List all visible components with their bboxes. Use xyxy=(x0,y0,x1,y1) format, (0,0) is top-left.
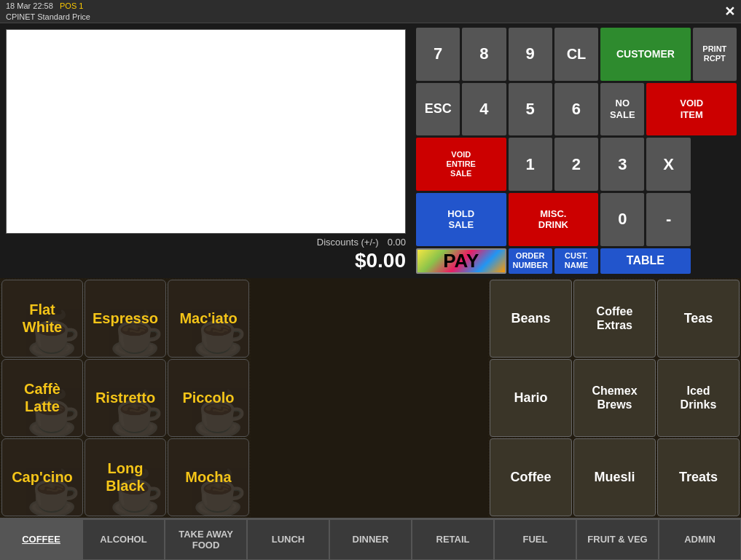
flat-white-button[interactable]: FlatWhite xyxy=(1,280,83,358)
long-black-label: LongBlack xyxy=(106,460,144,494)
long-black-button[interactable]: LongBlack xyxy=(85,438,166,516)
tab-lunch[interactable]: LUNCH xyxy=(247,519,329,560)
num-5[interactable]: 5 xyxy=(509,83,552,136)
caffe-latte-button[interactable]: CaffèLatte xyxy=(1,359,83,437)
numpad-area: 7 8 9 CL CUSTOMER PRINTRCPT ESC 4 5 6 NO… xyxy=(412,23,741,278)
discounts-label: Discounts (+/-) xyxy=(317,237,379,248)
esc-button[interactable]: ESC xyxy=(416,83,460,136)
espresso-button[interactable]: Espresso xyxy=(85,280,166,358)
cappucino-button[interactable]: Cap'cino xyxy=(1,438,83,516)
datetime-pos: 18 Mar 22:58 POS 1 xyxy=(6,1,90,11)
coffee-menu: FlatWhite Espresso Mac'iato CaffèLatte R… xyxy=(0,278,251,518)
maciato-label: Mac'iato xyxy=(179,309,237,327)
num-6[interactable]: 6 xyxy=(554,83,598,136)
receipt-paper xyxy=(6,29,406,234)
receipt-area: Discounts (+/-) 0.00 $0.00 xyxy=(0,23,412,278)
main-content: Discounts (+/-) 0.00 $0.00 7 8 9 CL CUST… xyxy=(0,23,741,560)
coffee-right-button[interactable]: Coffee xyxy=(490,438,572,516)
num-8[interactable]: 8 xyxy=(462,28,506,81)
num-7[interactable]: 7 xyxy=(416,28,460,81)
print-rcpt-button[interactable]: PRINTRCPT xyxy=(693,28,737,81)
iced-drinks-button[interactable]: IcedDrinks xyxy=(657,359,740,437)
order-number-button[interactable]: ORDERNUMBER xyxy=(509,248,552,274)
top-section: Discounts (+/-) 0.00 $0.00 7 8 9 CL CUST… xyxy=(0,23,741,278)
title-bar: 18 Mar 22:58 POS 1 CPINET Standard Price… xyxy=(0,0,741,23)
x-button[interactable]: X xyxy=(646,138,690,191)
mocha-label: Mocha xyxy=(185,468,231,486)
tab-alcohol[interactable]: ALCOHOL xyxy=(82,519,165,560)
tab-admin[interactable]: ADMIN xyxy=(659,519,741,560)
discounts-value: 0.00 xyxy=(388,237,406,248)
discount-row: Discounts (+/-) 0.00 xyxy=(6,234,406,249)
pay-button[interactable]: PAY xyxy=(416,248,506,274)
hario-button[interactable]: Hario xyxy=(490,359,572,437)
menu-section: FlatWhite Espresso Mac'iato CaffèLatte R… xyxy=(0,278,741,518)
maciato-button[interactable]: Mac'iato xyxy=(168,280,249,358)
num-9[interactable]: 9 xyxy=(509,28,552,81)
app-info: 18 Mar 22:58 POS 1 CPINET Standard Price xyxy=(6,1,90,22)
no-sale-button[interactable]: NOSALE xyxy=(600,83,644,136)
close-button[interactable]: ✕ xyxy=(724,4,735,20)
flat-white-label: FlatWhite xyxy=(23,301,62,336)
tab-take-away-food[interactable]: TAKE AWAYFOOD xyxy=(165,519,247,560)
mocha-button[interactable]: Mocha xyxy=(168,438,249,516)
table-button[interactable]: TABLE xyxy=(600,248,691,274)
num-dash[interactable]: - xyxy=(646,193,690,246)
void-item-button[interactable]: VOIDITEM xyxy=(646,83,737,136)
treats-button[interactable]: Treats xyxy=(657,438,740,516)
num-3[interactable]: 3 xyxy=(600,138,644,191)
bottom-nav: COFFEE ALCOHOL TAKE AWAYFOOD LUNCH DINNE… xyxy=(0,518,741,560)
hold-sale-button[interactable]: HOLDSALE xyxy=(416,193,506,246)
beans-button[interactable]: Beans xyxy=(490,280,572,358)
void-entire-sale-button[interactable]: VOIDENTIRESALE xyxy=(416,138,506,191)
espresso-label: Espresso xyxy=(93,309,158,327)
customer-button[interactable]: CUSTOMER xyxy=(600,28,691,81)
piccolo-label: Piccolo xyxy=(182,389,234,406)
chemex-brews-button[interactable]: ChemexBrews xyxy=(573,359,656,437)
cl-button[interactable]: CL xyxy=(554,28,598,81)
tab-fruit-veg[interactable]: FRUIT & VEG xyxy=(576,519,659,560)
caffe-latte-label: CaffèLatte xyxy=(24,380,60,415)
ristretto-label: Ristretto xyxy=(95,389,155,406)
num-4[interactable]: 4 xyxy=(462,83,506,136)
num-2[interactable]: 2 xyxy=(554,138,598,191)
piccolo-button[interactable]: Piccolo xyxy=(168,359,249,437)
num-0[interactable]: 0 xyxy=(600,193,644,246)
coffee-extras-button[interactable]: CoffeeExtras xyxy=(573,280,656,358)
num-1[interactable]: 1 xyxy=(509,138,552,191)
muesli-button[interactable]: Muesli xyxy=(573,438,656,516)
price-label: CPINET Standard Price xyxy=(6,12,90,22)
teas-button[interactable]: Teas xyxy=(657,280,740,358)
tab-coffee[interactable]: COFFEE xyxy=(0,519,82,560)
middle-area xyxy=(251,278,488,518)
ristretto-button[interactable]: Ristretto xyxy=(85,359,166,437)
tab-dinner[interactable]: DINNER xyxy=(329,519,412,560)
total-row: $0.00 xyxy=(6,249,406,272)
tab-fuel[interactable]: FUEL xyxy=(494,519,576,560)
tab-retail[interactable]: RETAIL xyxy=(412,519,494,560)
cappucino-label: Cap'cino xyxy=(12,468,73,486)
total-value: $0.00 xyxy=(355,249,406,272)
misc-drink-button[interactable]: MISC.DRINK xyxy=(509,193,599,246)
cust-name-button[interactable]: CUST.NAME xyxy=(554,248,598,274)
right-menu: Beans CoffeeExtras Teas Hario ChemexBrew… xyxy=(488,278,741,518)
